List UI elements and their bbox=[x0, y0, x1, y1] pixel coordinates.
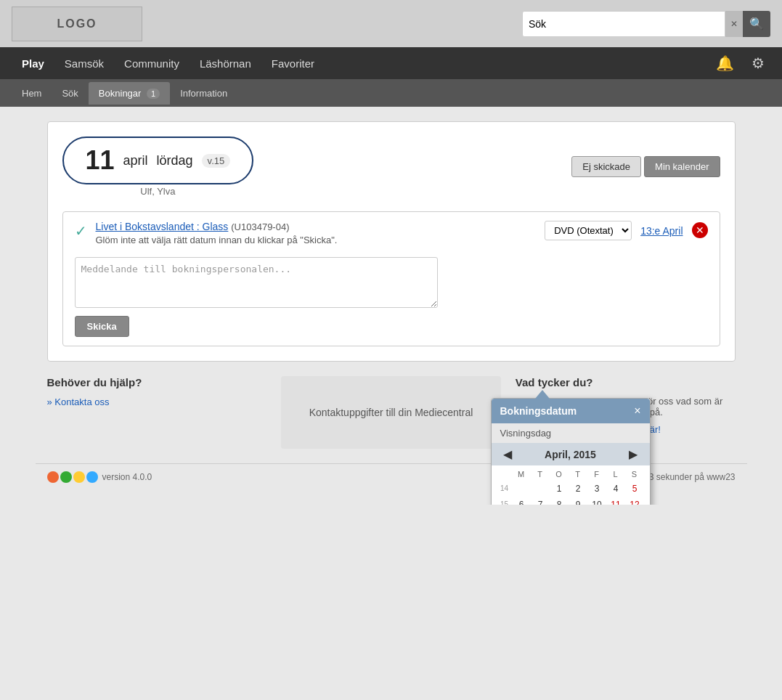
search-input[interactable] bbox=[522, 11, 725, 37]
date-weekday: lördag bbox=[157, 153, 193, 168]
main-content: 11 april lördag v.15 Ulf, Ylva Ej skicka… bbox=[36, 121, 747, 449]
nav-hem[interactable]: Hem bbox=[12, 82, 52, 105]
date-persons: Ulf, Ylva bbox=[62, 186, 254, 197]
booking-header: ✓ Livet i Bokstavslandet : Glass (U10347… bbox=[75, 221, 708, 245]
booking-badge: 1 bbox=[147, 89, 160, 99]
calendar-week-15: 15 6 7 8 9 10 11 12 bbox=[497, 497, 644, 505]
calendar-month-nav: ◀ April, 2015 ▶ bbox=[492, 443, 650, 465]
booking-subtitle: Glöm inte att välja rätt datum innan du … bbox=[96, 235, 537, 245]
format-select[interactable]: DVD (Otextat) DVD (Textad) Blu-ray Strea… bbox=[545, 221, 632, 240]
booking-id: (U103479-04) bbox=[231, 221, 289, 232]
cal-day-12[interactable]: 12 bbox=[626, 497, 644, 505]
search-area: ✕ 🔍 bbox=[522, 11, 770, 37]
cal-day-9[interactable]: 9 bbox=[569, 497, 587, 505]
calendar-popup-title: Bokningsdatum bbox=[500, 405, 577, 417]
sli-dot-4 bbox=[86, 471, 98, 483]
cal-day-5[interactable]: 5 bbox=[626, 481, 644, 496]
booking-check-icon: ✓ bbox=[75, 222, 87, 240]
booking-title-line: Livet i Bokstavslandet : Glass (U103479-… bbox=[96, 221, 537, 232]
contact-link[interactable]: » Kontakta oss bbox=[47, 396, 110, 407]
secondary-nav: Hem Sök Bokningar 1 Information bbox=[0, 79, 782, 107]
cal-day-2[interactable]: 2 bbox=[569, 481, 587, 496]
footer-version: version 4.0.0 bbox=[102, 472, 152, 482]
footer-logo: version 4.0.0 bbox=[47, 471, 152, 483]
cal-day-10[interactable]: 10 bbox=[588, 497, 606, 505]
search-button[interactable]: 🔍 bbox=[743, 11, 770, 37]
message-textarea[interactable]: Meddelande till bokningspersonalen... bbox=[75, 257, 438, 308]
nav-play[interactable]: Play bbox=[12, 50, 54, 77]
ej-skickade-button[interactable]: Ej skickade bbox=[571, 156, 641, 177]
date-oval-container: 11 april lördag v.15 Ulf, Ylva bbox=[62, 137, 254, 197]
cal-empty bbox=[531, 481, 550, 496]
booking-item: ✓ Livet i Bokstavslandet : Glass (U10347… bbox=[62, 211, 720, 346]
booking-date-link[interactable]: 13:e April bbox=[640, 225, 683, 237]
date-week: v.15 bbox=[202, 154, 231, 168]
nav-favoriter[interactable]: Favoriter bbox=[261, 50, 325, 77]
date-month: april bbox=[123, 153, 148, 168]
calendar-day-headers: M T O T F L S bbox=[497, 468, 644, 480]
cal-day-3[interactable]: 3 bbox=[588, 481, 606, 496]
cal-day-1[interactable]: 1 bbox=[550, 481, 569, 496]
nav-samsok[interactable]: Samsök bbox=[54, 50, 114, 77]
settings-icon[interactable]: ⚙ bbox=[746, 50, 770, 76]
calendar-week-14: 14 1 2 3 4 5 bbox=[497, 481, 644, 496]
nav-lashörnan[interactable]: Läshörnan bbox=[190, 50, 261, 77]
cal-day-8[interactable]: 8 bbox=[550, 497, 569, 505]
calendar-prev-button[interactable]: ◀ bbox=[500, 447, 515, 461]
contact-box: Kontaktuppgifter till din Mediecentral bbox=[281, 376, 501, 449]
week-col-header bbox=[497, 470, 512, 479]
sli-dot-3 bbox=[73, 471, 85, 483]
calendar-grid: M T O T F L S 14 1 2 3 4 5 bbox=[492, 465, 650, 505]
week-num-15: 15 bbox=[497, 497, 512, 505]
calendar-buttons: Ej skickade Min kalender bbox=[571, 156, 720, 177]
cal-day-11[interactable]: 11 bbox=[607, 497, 625, 505]
help-title: Behöver du hjälp? bbox=[47, 376, 267, 388]
cal-empty bbox=[513, 481, 531, 496]
day-header-f: F bbox=[587, 470, 606, 479]
calendar-month-label: April, 2015 bbox=[545, 449, 596, 460]
sli-logo bbox=[47, 471, 98, 483]
calendar-next-button[interactable]: ▶ bbox=[626, 447, 640, 461]
header: LOGO ✕ 🔍 bbox=[0, 0, 782, 47]
opinion-title: Vad tycker du? bbox=[516, 376, 736, 388]
content-box: 11 april lördag v.15 Ulf, Ylva Ej skicka… bbox=[47, 121, 736, 362]
day-header-o: O bbox=[550, 470, 569, 479]
nav-information[interactable]: Information bbox=[170, 82, 237, 105]
day-header-m: M bbox=[512, 470, 531, 479]
logo: LOGO bbox=[12, 7, 142, 41]
day-header-s: S bbox=[625, 470, 644, 479]
help-section: Behöver du hjälp? » Kontakta oss bbox=[47, 376, 267, 449]
calendar-popup-header: Bokningsdatum × bbox=[492, 399, 650, 423]
date-oval: 11 april lördag v.15 bbox=[62, 137, 254, 184]
calendar-popup-close[interactable]: × bbox=[634, 404, 640, 418]
booking-title-link[interactable]: Livet i Bokstavslandet : Glass bbox=[96, 221, 229, 232]
skicka-button[interactable]: Skicka bbox=[75, 316, 129, 337]
primary-nav: Play Samsök Community Läshörnan Favorite… bbox=[0, 47, 782, 79]
date-display: 11 april lördag v.15 Ulf, Ylva Ej skicka… bbox=[62, 137, 720, 197]
booking-close-button[interactable]: ✕ bbox=[692, 221, 708, 238]
booking-controls: DVD (Otextat) DVD (Textad) Blu-ray Strea… bbox=[545, 221, 683, 240]
booking-title: Livet i Bokstavslandet : Glass (U103479-… bbox=[96, 221, 537, 245]
bell-icon[interactable]: 🔔 bbox=[710, 50, 740, 76]
cal-day-6[interactable]: 6 bbox=[513, 497, 531, 505]
sli-dot-2 bbox=[60, 471, 72, 483]
sli-dot-1 bbox=[47, 471, 59, 483]
week-num-14: 14 bbox=[497, 481, 512, 496]
calendar-arrow bbox=[535, 390, 550, 399]
date-day: 11 bbox=[86, 145, 115, 176]
min-kalender-button[interactable]: Min kalender bbox=[644, 156, 720, 177]
nav-icon-group: 🔔 ⚙ bbox=[710, 50, 770, 76]
cal-day-7[interactable]: 7 bbox=[531, 497, 550, 505]
calendar-popup-label: Visningsdag bbox=[492, 423, 650, 443]
nav-bokningar[interactable]: Bokningar 1 bbox=[89, 82, 170, 105]
nav-sok[interactable]: Sök bbox=[52, 82, 88, 105]
day-header-t1: T bbox=[531, 470, 550, 479]
search-clear-button[interactable]: ✕ bbox=[725, 11, 743, 37]
day-header-l: L bbox=[606, 470, 625, 479]
calendar-popup: Bokningsdatum × Visningsdag ◀ April, 201… bbox=[491, 398, 651, 505]
nav-community[interactable]: Community bbox=[114, 50, 190, 77]
day-header-t2: T bbox=[569, 470, 587, 479]
message-area: Meddelande till bokningspersonalen... Sk… bbox=[75, 257, 708, 337]
cal-day-4[interactable]: 4 bbox=[607, 481, 625, 496]
contact-box-section: Kontaktuppgifter till din Mediecentral bbox=[281, 376, 501, 449]
